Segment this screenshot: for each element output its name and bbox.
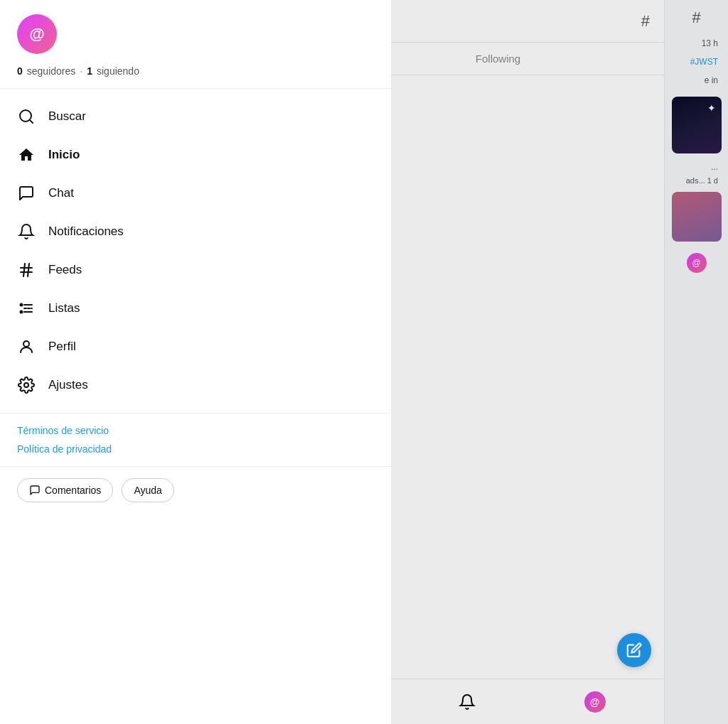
followers-label: seguidores — [27, 65, 76, 77]
following-count: 1 — [87, 65, 92, 77]
home-icon — [17, 146, 36, 164]
svg-point-16 — [23, 341, 29, 347]
ayuda-button[interactable]: Ayuda — [122, 478, 173, 502]
following-label: siguiendo — [97, 65, 139, 77]
chat-icon — [17, 184, 36, 202]
svg-line-6 — [30, 120, 33, 123]
svg-point-17 — [24, 383, 28, 387]
svg-point-12 — [21, 311, 23, 313]
ayuda-label: Ayuda — [134, 485, 161, 496]
profile-avatar: @ — [17, 14, 57, 54]
action-buttons: Comentarios Ayuda — [0, 466, 391, 514]
menu-item-inicio[interactable]: Inicio — [0, 136, 391, 174]
menu-item-listas[interactable]: Listas — [0, 289, 391, 328]
menu-list: Buscar Inicio Chat — [0, 89, 391, 414]
terms-link[interactable]: Términos de servicio — [17, 425, 374, 436]
user-icon — [17, 337, 36, 356]
followers-row: 0 seguidores · 1 siguiendo — [17, 65, 139, 77]
followers-count: 0 — [17, 65, 23, 77]
privacy-link[interactable]: Política de privacidad — [17, 443, 374, 455]
footer-links: Términos de servicio Política de privaci… — [0, 414, 391, 466]
comentarios-label: Comentarios — [45, 485, 101, 496]
dot-separator: · — [80, 65, 82, 77]
menu-label-inicio: Inicio — [48, 148, 80, 162]
bell-icon — [17, 222, 36, 241]
svg-point-11 — [21, 304, 23, 306]
profile-section: @ 0 seguidores · 1 siguiendo — [0, 0, 391, 89]
app-container: # Discover Following — [0, 0, 728, 724]
comentarios-button[interactable]: Comentarios — [17, 478, 113, 502]
svg-line-10 — [28, 264, 29, 276]
menu-item-ajustes[interactable]: Ajustes — [0, 366, 391, 404]
menu-label-buscar: Buscar — [48, 109, 86, 124]
menu-item-chat[interactable]: Chat — [0, 174, 391, 212]
menu-item-buscar[interactable]: Buscar — [0, 97, 391, 136]
menu-label-notificaciones: Notificaciones — [48, 225, 124, 239]
svg-line-9 — [23, 264, 25, 276]
menu-item-perfil[interactable]: Perfil — [0, 328, 391, 366]
gear-icon — [17, 376, 36, 394]
list-icon — [17, 299, 36, 318]
menu-label-listas: Listas — [48, 301, 80, 315]
menu-label-ajustes: Ajustes — [48, 378, 88, 392]
menu-label-feeds: Feeds — [48, 263, 82, 277]
menu-label-perfil: Perfil — [48, 340, 76, 354]
menu-item-notificaciones[interactable]: Notificaciones — [0, 212, 391, 251]
menu-item-feeds[interactable]: Feeds — [0, 251, 391, 289]
search-icon — [17, 107, 36, 126]
menu-label-chat: Chat — [48, 186, 74, 200]
dropdown-panel: @ 0 seguidores · 1 siguiendo Buscar — [0, 0, 391, 724]
hashtag-icon — [17, 261, 36, 279]
